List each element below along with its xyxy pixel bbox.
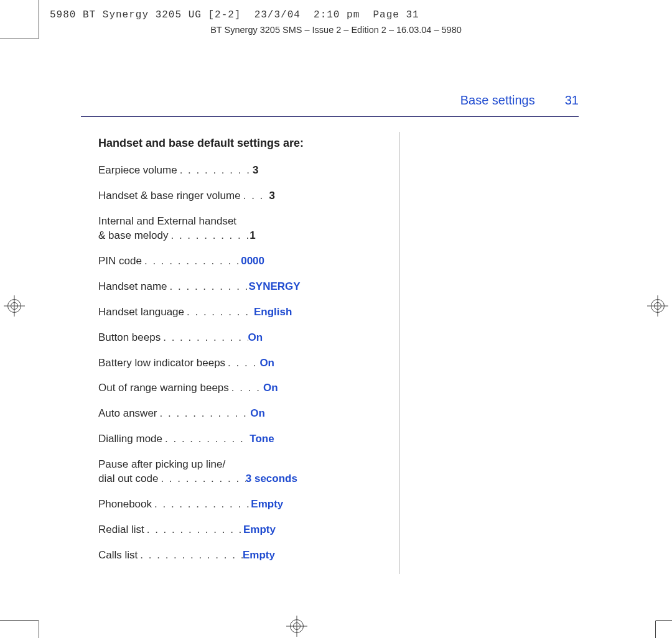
setting-value: 3 seconds [246, 472, 297, 486]
setting-label: Handset & base ringer volume [98, 189, 241, 203]
leader-dots: . . . . . . . . . . . . . . . . . . . . … [161, 331, 248, 345]
setting-label: Out of range warning beeps [98, 381, 229, 395]
setting-row: Handset & base ringer volume. . . . . . … [98, 189, 392, 203]
leader-dots: . . . . . . . . . . . . . . . . . . . . … [162, 432, 250, 446]
leader-dots: . . . . . . . . . . . . . . . . . . . . … [225, 356, 259, 371]
column-divider [399, 132, 400, 574]
setting-value: Empty [243, 523, 276, 537]
setting-value: Empty [243, 548, 275, 563]
setting-row: Auto answer. . . . . . . . . . . . . . .… [98, 407, 392, 421]
leader-dots: . . . . . . . . . . . . . . . . . . . . … [241, 189, 269, 203]
crop-mark [39, 621, 39, 638]
crop-mark [0, 620, 39, 621]
setting-label: PIN code [98, 254, 142, 269]
setting-value: 1 [250, 229, 255, 243]
leader-dots: . . . . . . . . . . . . . . . . . . . . … [177, 164, 253, 178]
setting-value: On [250, 407, 265, 421]
setting-label: Earpiece volume [98, 164, 177, 178]
leader-dots: . . . . . . . . . . . . . . . . . . . . … [138, 548, 243, 563]
setting-label: Auto answer [98, 407, 157, 421]
setting-value: English [254, 305, 292, 320]
page-content: Base settings 31 Handset and base defaul… [81, 93, 579, 574]
section-title: Base settings [460, 93, 535, 108]
setting-row: Internal and External handset& base melo… [98, 215, 392, 243]
header-rule [81, 116, 579, 117]
setting-row: Earpiece volume. . . . . . . . . . . . .… [98, 164, 392, 178]
setting-row: Phonebook. . . . . . . . . . . . . . . .… [98, 497, 392, 512]
setting-value: On [263, 381, 278, 395]
setting-label: & base melody [98, 229, 168, 243]
setting-value: 3 [253, 164, 258, 178]
settings-heading: Handset and base default settings are: [98, 137, 392, 150]
setting-row: Button beeps. . . . . . . . . . . . . . … [98, 331, 392, 345]
setting-row: Redial list. . . . . . . . . . . . . . .… [98, 523, 392, 537]
prepress-slug-line: 5980 BT Synergy 3205 UG [2-2] 23/3/04 2:… [50, 9, 419, 21]
crop-mark [655, 621, 656, 638]
setting-label: Handset language [98, 305, 184, 320]
setting-row: Calls list. . . . . . . . . . . . . . . … [98, 548, 392, 563]
page-number: 31 [565, 93, 579, 108]
leader-dots: . . . . . . . . . . . . . . . . . . . . … [167, 280, 249, 294]
setting-label-line1: Pause after picking up line/ [98, 458, 392, 472]
setting-row: Out of range warning beeps. . . . . . . … [98, 381, 392, 395]
section-header: Base settings 31 [81, 93, 579, 108]
setting-row: Dialling mode. . . . . . . . . . . . . .… [98, 432, 392, 446]
left-column: Handset and base default settings are: E… [81, 132, 399, 574]
leader-dots: . . . . . . . . . . . . . . . . . . . . … [157, 407, 251, 421]
setting-label: Button beeps [98, 331, 161, 345]
setting-row: Handset name. . . . . . . . . . . . . . … [98, 280, 392, 294]
setting-value: 3 [269, 189, 275, 203]
running-header: BT Synergy 3205 SMS – Issue 2 – Edition … [0, 25, 672, 35]
setting-label: Handset name [98, 280, 167, 294]
setting-label: Phonebook [98, 497, 152, 512]
leader-dots: . . . . . . . . . . . . . . . . . . . . … [158, 472, 245, 486]
setting-label: dial out code [98, 472, 158, 486]
setting-value: Empty [251, 497, 283, 512]
setting-value: Tone [250, 432, 274, 446]
setting-row: Pause after picking up line/dial out cod… [98, 458, 392, 486]
leader-dots: . . . . . . . . . . . . . . . . . . . . … [229, 381, 263, 395]
leader-dots: . . . . . . . . . . . . . . . . . . . . … [168, 229, 250, 243]
setting-value: On [248, 331, 263, 345]
setting-label-line1: Internal and External handset [98, 215, 392, 229]
leader-dots: . . . . . . . . . . . . . . . . . . . . … [152, 497, 251, 512]
crop-mark [0, 39, 39, 39]
leader-dots: . . . . . . . . . . . . . . . . . . . . … [184, 305, 254, 320]
setting-label: Dialling mode [98, 432, 162, 446]
crop-mark [656, 620, 672, 621]
leader-dots: . . . . . . . . . . . . . . . . . . . . … [144, 523, 243, 537]
setting-value: 0000 [241, 254, 264, 269]
setting-row: Battery low indicator beeps. . . . . . .… [98, 356, 392, 371]
setting-row: Handset language. . . . . . . . . . . . … [98, 305, 392, 320]
registration-mark-icon [4, 295, 25, 317]
setting-label: Calls list [98, 548, 138, 563]
registration-mark-icon [647, 295, 668, 317]
setting-label: Redial list [98, 523, 144, 537]
default-settings-list: Earpiece volume. . . . . . . . . . . . .… [98, 164, 392, 563]
registration-mark-icon [286, 616, 307, 637]
setting-label: Battery low indicator beeps [98, 356, 225, 371]
setting-value: On [259, 356, 274, 371]
setting-value: SYNERGY [248, 280, 300, 294]
leader-dots: . . . . . . . . . . . . . . . . . . . . … [142, 254, 241, 269]
setting-row: PIN code. . . . . . . . . . . . . . . . … [98, 254, 392, 269]
